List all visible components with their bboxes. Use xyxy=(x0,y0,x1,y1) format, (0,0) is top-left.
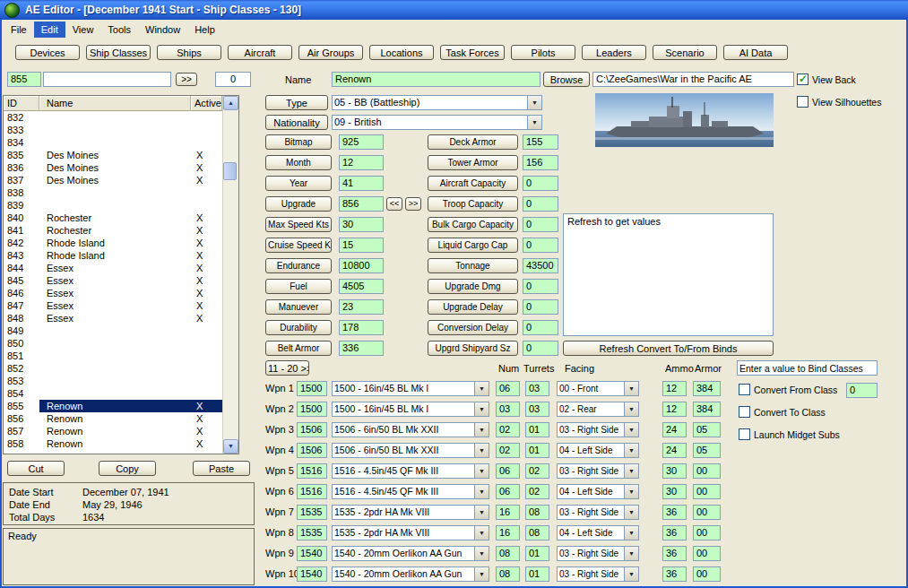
weapon-id-field[interactable]: 1506 xyxy=(297,443,327,458)
weapon-id-field[interactable]: 1506 xyxy=(297,422,327,437)
weapon-num-field[interactable]: 06 xyxy=(496,463,520,479)
list-row[interactable]: 858 Renown X xyxy=(4,437,222,450)
type-button[interactable]: Type xyxy=(265,95,328,110)
weapon-facing-select[interactable]: 04 - Left Side ▼ xyxy=(557,443,639,458)
weapon-ammo-field[interactable]: 24 xyxy=(662,443,687,458)
weapon-num-field[interactable]: 02 xyxy=(496,443,520,458)
weapon-num-field[interactable]: 06 xyxy=(496,484,520,499)
chevron-down-icon[interactable]: ▼ xyxy=(624,485,638,498)
stat-button[interactable]: Troop Capacity xyxy=(428,196,518,212)
weapon-facing-select[interactable]: 03 - Right Side ▼ xyxy=(557,546,639,561)
stat-value-field[interactable]: 178 xyxy=(339,320,384,335)
browse-button[interactable]: Browse xyxy=(543,72,590,87)
list-row[interactable]: 837 Des Moines X xyxy=(4,174,222,186)
chevron-down-icon[interactable]: ▼ xyxy=(624,402,638,416)
list-row[interactable]: 841 Rochester X xyxy=(4,224,222,237)
weapon-id-field[interactable]: 1535 xyxy=(297,505,327,520)
stat-value-field[interactable]: 0 xyxy=(523,196,558,212)
stat-button[interactable]: Belt Armor xyxy=(265,341,332,356)
weapon-select[interactable]: 1516 - 4.5in/45 QF Mk III ▼ xyxy=(332,463,489,479)
toolbar-button[interactable]: Aircraft xyxy=(228,45,292,60)
weapon-armor-field[interactable]: 05 xyxy=(693,422,721,437)
stat-value-field[interactable]: 12 xyxy=(339,155,384,170)
menu-item[interactable]: Tools xyxy=(100,22,138,38)
weapon-num-field[interactable]: 16 xyxy=(496,525,520,540)
chevron-down-icon[interactable]: ▼ xyxy=(527,116,541,129)
list-row[interactable]: 832 xyxy=(4,111,222,124)
weapon-id-field[interactable]: 1516 xyxy=(297,463,327,479)
weapon-select[interactable]: 1540 - 20mm Oerlikon AA Gun ▼ xyxy=(332,566,489,582)
current-id-field[interactable]: 855 xyxy=(7,72,41,87)
weapon-select[interactable]: 1540 - 20mm Oerlikon AA Gun ▼ xyxy=(332,546,489,561)
checkbox-box[interactable]: ✓ xyxy=(739,428,750,440)
stat-button[interactable]: Tonnage xyxy=(428,258,518,273)
scroll-down-button[interactable]: ▼ xyxy=(223,439,238,454)
weapon-turrets-field[interactable]: 03 xyxy=(525,402,549,417)
scroll-track[interactable] xyxy=(223,110,238,439)
stat-value-field[interactable]: 925 xyxy=(339,134,384,150)
list-row[interactable]: 842 Rhode Island X xyxy=(4,237,222,249)
weapon-facing-select[interactable]: 03 - Right Side ▼ xyxy=(557,505,639,520)
stat-button[interactable]: Year xyxy=(265,176,332,191)
stat-value-field[interactable]: 15 xyxy=(339,238,384,253)
chevron-down-icon[interactable]: ▼ xyxy=(527,96,541,109)
stat-button[interactable]: Month xyxy=(265,155,332,170)
weapon-num-field[interactable]: 16 xyxy=(496,505,520,520)
toolbar-button[interactable]: Pilots xyxy=(511,45,575,60)
stat-button[interactable]: Aircraft Capacity xyxy=(428,176,518,191)
weapon-ammo-field[interactable]: 12 xyxy=(662,381,687,396)
stat-value-field[interactable]: 43500 xyxy=(523,258,558,273)
weapon-ammo-field[interactable]: 30 xyxy=(662,463,687,479)
chevron-down-icon[interactable]: ▼ xyxy=(624,444,638,457)
stat-value-field[interactable]: 156 xyxy=(523,155,558,170)
list-row[interactable]: 857 Renown X xyxy=(4,425,222,437)
chevron-down-icon[interactable]: ▼ xyxy=(474,402,489,416)
stat-button[interactable]: Upgrade Dmg xyxy=(428,279,518,294)
toolbar-button[interactable]: Ships xyxy=(157,45,221,60)
weapon-num-field[interactable]: 08 xyxy=(496,566,520,582)
checkbox-box[interactable]: ✓ xyxy=(739,406,750,418)
convert-from-value-field[interactable]: 0 xyxy=(846,383,878,398)
menu-item[interactable]: View xyxy=(65,22,101,38)
refresh-binds-button[interactable]: Refresh Convert To/From Binds xyxy=(563,341,774,356)
menu-item[interactable]: Edit xyxy=(34,22,65,38)
weapon-id-field[interactable]: 1540 xyxy=(297,566,327,582)
list-header[interactable]: ID Name Active xyxy=(4,96,222,111)
weapon-id-field[interactable]: 1500 xyxy=(297,402,327,417)
nationality-select[interactable]: 09 - British ▼ xyxy=(332,115,542,130)
weapon-armor-field[interactable]: 384 xyxy=(693,402,721,417)
count-field[interactable]: 0 xyxy=(215,72,251,87)
chevron-down-icon[interactable]: ▼ xyxy=(624,382,638,395)
weapon-armor-field[interactable]: 05 xyxy=(693,443,721,458)
stat-value-field[interactable]: 0 xyxy=(523,176,558,191)
weapon-ammo-field[interactable]: 24 xyxy=(662,422,687,437)
weapon-armor-field[interactable]: 384 xyxy=(693,381,721,396)
chevron-down-icon[interactable]: ▼ xyxy=(474,464,489,478)
convert-from-class-checkbox[interactable]: ✓ Convert From Class xyxy=(739,384,837,395)
weapon-facing-select[interactable]: 04 - Left Side ▼ xyxy=(557,525,639,540)
list-row[interactable]: 836 Des Moines X xyxy=(4,161,222,174)
path-field[interactable]: C:\ZeeGames\War in the Pacific AE xyxy=(592,72,794,87)
weapon-num-field[interactable]: 03 xyxy=(496,402,520,417)
bind-value-input[interactable]: Enter a value to Bind Classes xyxy=(737,360,878,376)
checkbox-box[interactable]: ✓ xyxy=(739,384,750,395)
stat-button[interactable]: Max Speed Kts xyxy=(265,217,332,232)
list-row[interactable]: 850 xyxy=(4,337,222,350)
stat-button[interactable]: Upgrade Delay xyxy=(428,299,518,315)
weapon-select[interactable]: 1506 - 6in/50 BL Mk XXII ▼ xyxy=(332,422,489,437)
toolbar-button[interactable]: Devices xyxy=(15,45,80,60)
chevron-down-icon[interactable]: ▼ xyxy=(474,547,489,560)
weapon-facing-select[interactable]: 00 - Front ▼ xyxy=(557,381,639,396)
weapon-armor-field[interactable]: 00 xyxy=(693,484,721,499)
stat-value-field[interactable]: 856 xyxy=(339,196,384,212)
weapon-armor-field[interactable]: 00 xyxy=(693,546,721,561)
stat-button[interactable]: Fuel xyxy=(265,279,332,294)
weapon-armor-field[interactable]: 00 xyxy=(693,566,721,582)
list-row[interactable]: 835 Des Moines X xyxy=(4,149,222,161)
weapon-facing-select[interactable]: 03 - Right Side ▼ xyxy=(557,463,639,479)
weapon-facing-select[interactable]: 03 - Right Side ▼ xyxy=(557,422,639,437)
list-row[interactable]: 843 Rhode Island X xyxy=(4,249,222,262)
chevron-down-icon[interactable]: ▼ xyxy=(624,464,638,478)
stat-value-field[interactable]: 41 xyxy=(339,176,384,191)
weapon-num-field[interactable]: 06 xyxy=(496,381,520,396)
